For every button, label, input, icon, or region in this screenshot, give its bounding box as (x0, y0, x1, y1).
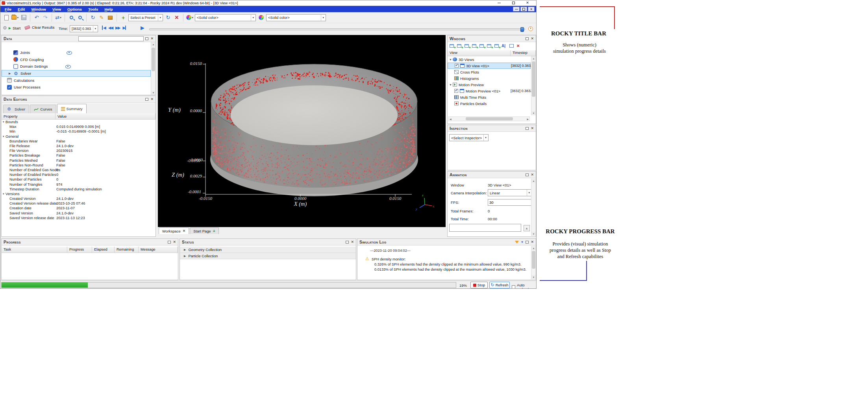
particle-color-combobox[interactable]: <Solid color>▾ (195, 14, 256, 21)
tree-item-cfd-coupling[interactable]: CFD Coupling (2, 56, 151, 63)
close-tab-icon[interactable]: ✕ (183, 229, 186, 233)
data-panel-scrollbar[interactable]: ▲ ▼ (151, 42, 155, 95)
transform-tool-icon[interactable]: ⇄▾ (55, 14, 62, 21)
tree-item-domain-settings[interactable]: Domain Settings (2, 63, 151, 70)
progress-panel-close-icon[interactable]: ✕ (173, 240, 176, 244)
table-row[interactable]: ▾Saved Version release date2023-11-13 12… (2, 216, 155, 220)
table-row[interactable]: ▾Created Version release date2023-10-25 … (2, 201, 155, 206)
play-button[interactable]: ▶ (141, 25, 144, 31)
scroll-up-arrow[interactable]: ▲ (531, 246, 536, 250)
scroll-thumb[interactable] (532, 251, 535, 269)
tree-item-multi-time-plots[interactable]: Multi Time Plots (448, 94, 531, 100)
table-row[interactable]: ▾Boundaries WearFalse (2, 139, 155, 144)
open-project-icon[interactable]: ▾ (11, 14, 19, 21)
visibility-eye-icon[interactable] (65, 64, 71, 69)
table-row[interactable]: ▾Number of Triangles974 (2, 182, 155, 186)
windows-hscrollbar[interactable]: ◀ ▶ (448, 116, 530, 121)
add-3d-view-icon[interactable]: + (449, 44, 455, 49)
animation-scrollbar[interactable]: ▲ ▼ (531, 179, 536, 236)
animation-panel-close-icon[interactable]: ✕ (531, 173, 534, 177)
mdi-minimize-button[interactable] (513, 7, 520, 11)
log-scrollbar[interactable]: ▲ ▼ (531, 246, 536, 279)
auto-refresh-checkbox[interactable]: Auto Refresh (512, 283, 536, 289)
status-panel-close-icon[interactable]: ✕ (351, 240, 354, 244)
stop-button[interactable]: Stop (470, 282, 488, 288)
menu-view[interactable]: View (49, 7, 64, 12)
data-panel-float-icon[interactable] (145, 37, 148, 40)
column-task[interactable]: Task (2, 247, 67, 253)
menu-window[interactable]: Window (28, 7, 49, 12)
tree-item-histograms[interactable]: Histograms (448, 75, 531, 81)
add-particles-details-icon[interactable]: + (487, 44, 493, 49)
expander-icon[interactable]: ▶ (9, 72, 11, 75)
scroll-right-arrow[interactable]: ▶ (527, 118, 529, 120)
add-histogram-icon[interactable]: + (464, 44, 470, 49)
zoom-in-icon[interactable] (68, 14, 75, 21)
column-value[interactable]: Value (56, 113, 155, 120)
inspector-select-combobox[interactable]: <Select Inspector>▾ (449, 134, 489, 141)
undo-icon[interactable]: ↶ (33, 14, 40, 21)
tab-start-page[interactable]: Start Page+ (190, 227, 219, 234)
scroll-thumb[interactable] (532, 61, 535, 97)
scroll-thumb[interactable] (466, 117, 513, 120)
table-row[interactable]: ▾Number of Particles0 (2, 177, 155, 182)
expander-icon[interactable]: ▼ (449, 83, 453, 86)
animation-panel-float-icon[interactable] (526, 173, 529, 176)
timeline-slider-handle[interactable] (520, 27, 524, 32)
table-row[interactable]: ▾Min-0.015 -0.0149909 -0.0001 [m] (2, 129, 155, 134)
column-property[interactable]: Property (2, 113, 56, 120)
column-view[interactable]: View (448, 50, 511, 56)
table-row[interactable]: ▾Bounds (2, 120, 155, 124)
clear-results-button[interactable]: Clear Results (25, 25, 55, 30)
mdi-close-button[interactable]: ✕ (528, 7, 535, 11)
tree-item-solver[interactable]: ▶ ⚙Solver (2, 70, 151, 77)
start-simulation-button[interactable]: ⚙▶ Start (3, 25, 20, 31)
expander-icon[interactable]: ▼ (449, 58, 453, 61)
tab-solver[interactable]: ⚙Solver (3, 105, 29, 113)
expander-icon[interactable]: ▶ (184, 248, 186, 251)
tree-item-motion-preview-01[interactable]: ✓ Motion Preview <01> [3832] 0.3832 s (448, 88, 531, 94)
tree-item-particles-details[interactable]: Particles Details (448, 100, 531, 107)
log-panel-close-icon[interactable]: ✕ (531, 240, 534, 244)
menu-tools[interactable]: Tools (85, 7, 101, 12)
status-panel-float-icon[interactable] (346, 241, 349, 244)
scroll-down-arrow[interactable]: ▼ (531, 232, 536, 236)
add-inspection-window-icon[interactable]: + (494, 44, 500, 49)
animation-up-button[interactable]: ▲ (524, 225, 530, 231)
tab-workspace[interactable]: Workspace✕ (159, 227, 189, 234)
data-panel-close-icon[interactable]: ✕ (150, 37, 154, 41)
save-icon[interactable] (20, 14, 27, 21)
view-checkbox[interactable]: ✓ (455, 64, 459, 68)
data-filter-input[interactable] (78, 36, 144, 41)
time-settings-icon[interactable] (528, 26, 533, 31)
windows-vscrollbar[interactable]: ▲ ▼ (531, 56, 536, 115)
tree-item-joints[interactable]: Joints (2, 49, 151, 56)
refresh-view-icon[interactable]: ↻ (165, 14, 172, 21)
tab-curves[interactable]: Curves (30, 105, 56, 113)
menu-help[interactable]: Help (101, 7, 116, 12)
stop-action-icon[interactable]: ✕ (173, 14, 180, 21)
add-cross-plot-icon[interactable]: + (457, 44, 463, 49)
fast-forward-icon[interactable]: ▶▶ (115, 26, 120, 30)
column-progress[interactable]: Progress (67, 247, 92, 253)
windows-panel-close-icon[interactable]: ✕ (531, 37, 534, 41)
rewind-icon[interactable]: ◀◀ (108, 26, 113, 30)
log-panel-float-icon[interactable] (526, 241, 529, 244)
column-message[interactable]: Message (139, 247, 178, 253)
menu-file[interactable]: File (2, 7, 15, 12)
time-combobox[interactable]: [3832] 0.3832 s▾ (70, 25, 98, 32)
scroll-thumb[interactable] (152, 48, 155, 71)
tree-item-calculations[interactable]: Calculations (2, 77, 151, 84)
tab-summary[interactable]: Summary (57, 104, 87, 113)
column-remaining[interactable]: Remaining (115, 247, 139, 253)
windows-panel-float-icon[interactable] (526, 37, 529, 40)
new-workspace-icon[interactable] (509, 44, 515, 49)
add-motion-preview-icon[interactable]: + (472, 44, 478, 49)
table-row[interactable]: ▾Created Version24.1.0-dev (2, 196, 155, 201)
scroll-up-arrow[interactable]: ▲ (531, 179, 536, 183)
skip-to-start-icon[interactable]: ◀ (102, 26, 105, 30)
view-checkbox[interactable]: ✓ (454, 89, 458, 93)
column-timestep[interactable]: Timestep (511, 50, 536, 56)
scroll-down-arrow[interactable]: ▼ (151, 90, 155, 95)
zoom-fit-icon[interactable] (76, 14, 83, 21)
